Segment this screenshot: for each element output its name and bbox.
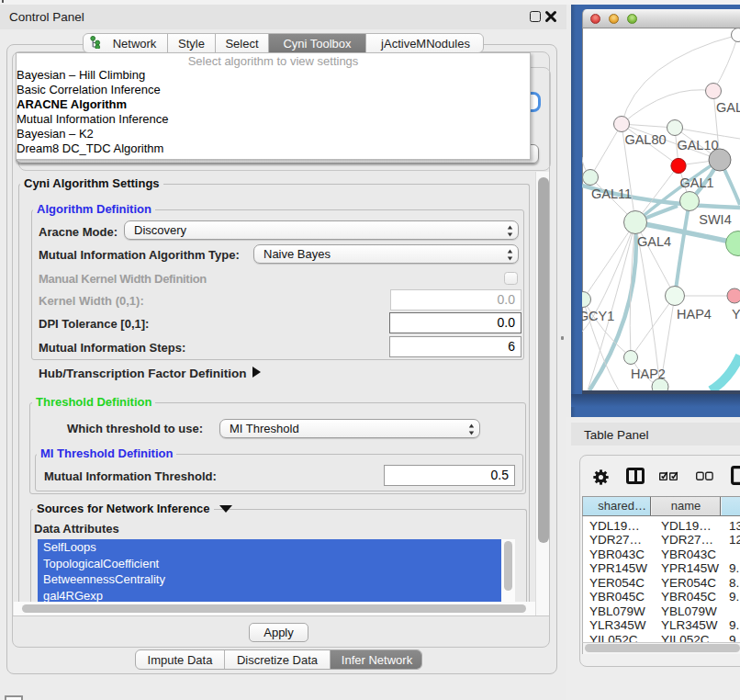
svg-text:GAL10: GAL10 — [677, 138, 718, 152]
svg-text:GAL1: GAL1 — [679, 175, 713, 190]
svg-text:HAP4: HAP4 — [677, 307, 712, 322]
svg-text:GCY1: GCY1 — [582, 309, 614, 323]
svg-text:SWI4: SWI4 — [699, 212, 731, 227]
svg-text:GAL7: GAL7 — [716, 100, 740, 115]
svg-text:GAL11: GAL11 — [591, 186, 632, 201]
svg-text:Y: Y — [732, 307, 740, 322]
svg-text:GAL80: GAL80 — [624, 132, 666, 147]
svg-text:HAP2: HAP2 — [631, 367, 666, 381]
svg-text:GAL4: GAL4 — [637, 234, 671, 249]
